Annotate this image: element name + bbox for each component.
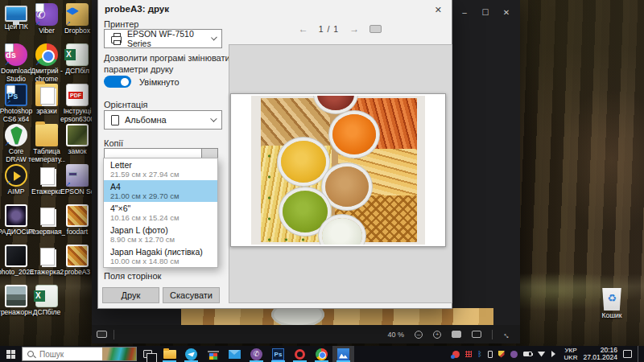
desktop-icon-epson-scan[interactable]: EPSON Sc bbox=[63, 164, 92, 196]
desktop-icon-foodart[interactable]: foodart bbox=[63, 204, 92, 237]
search-input[interactable] bbox=[38, 349, 86, 360]
document-icon bbox=[35, 204, 58, 227]
image-file-icon bbox=[66, 245, 89, 267]
print-dialog: probeA3: друк ✕ Принтер EPSON WF-7510 Se… bbox=[97, 0, 452, 309]
desktop-icon-viber[interactable]: Viber bbox=[32, 3, 61, 35]
desktop-icon-dropbox[interactable]: Dropbox bbox=[63, 3, 92, 35]
clock[interactable]: 20:16 27.01.2024 bbox=[583, 347, 617, 362]
telegram-button[interactable] bbox=[180, 346, 202, 362]
opera-button[interactable] bbox=[289, 346, 311, 362]
volume-icon[interactable] bbox=[551, 351, 559, 357]
print-button[interactable]: Друк bbox=[102, 287, 159, 303]
recycle-bin-icon bbox=[601, 288, 623, 311]
search-icon bbox=[27, 351, 34, 357]
tray-app-icon[interactable] bbox=[452, 351, 460, 358]
antivirus-shield-icon[interactable] bbox=[498, 351, 505, 358]
wifi-icon[interactable] bbox=[538, 352, 546, 357]
fullscreen-icon[interactable]: ↔ bbox=[501, 327, 514, 340]
taskbar: ✆ Ps ᛒ УКР UKR 20:16 27.01.2024 bbox=[0, 346, 644, 362]
photos-app-icon bbox=[337, 348, 349, 360]
store-button[interactable] bbox=[202, 346, 224, 362]
close-window-button[interactable]: ✕ bbox=[497, 5, 515, 19]
viber-tray-icon[interactable] bbox=[510, 351, 518, 358]
desktop-icon-chrome[interactable]: Дмитрий - chrome bbox=[32, 43, 61, 83]
photoshop-icon: Ps bbox=[272, 348, 284, 360]
excel-file-icon bbox=[35, 285, 58, 307]
allow-toggle[interactable] bbox=[104, 76, 131, 88]
orientation-value: Альбомна bbox=[125, 115, 167, 125]
desktop-icon-this-pc[interactable]: Цей ПК bbox=[2, 3, 31, 31]
photos-app-button[interactable] bbox=[332, 346, 354, 362]
dropbox-icon bbox=[66, 3, 89, 26]
minimize-button[interactable]: – bbox=[456, 5, 473, 19]
cancel-button[interactable]: Скасувати bbox=[163, 287, 220, 303]
desktop-icon-label: ДСПбіл bbox=[59, 68, 96, 76]
desktop-screen: Цей ПК Viber Dropbox Download Studio Дми… bbox=[0, 0, 644, 362]
viber-button[interactable]: ✆ bbox=[246, 346, 267, 362]
print-preview-panel bbox=[229, 44, 452, 303]
desktop-icon-pdf-manual[interactable]: Інструкці epson6300 bbox=[63, 84, 92, 123]
taskbar-search[interactable] bbox=[22, 347, 137, 361]
guacamole-bowl bbox=[283, 191, 328, 232]
paper-option-4x6[interactable]: 4"×6" 10.16 см x 15.24 см bbox=[104, 202, 217, 224]
desktop-icon-radiosignal[interactable]: РАДИОСИГ... bbox=[2, 204, 31, 237]
desktop-icon-aimp[interactable]: AIMP bbox=[2, 164, 31, 196]
fit-preview-icon[interactable] bbox=[369, 25, 382, 33]
actual-size-icon[interactable] bbox=[452, 331, 461, 338]
paper-option-japan-hagaki[interactable]: Japan Hagaki (листівка) 10.00 см x 14.80… bbox=[104, 245, 217, 267]
battery-icon[interactable] bbox=[523, 352, 532, 356]
desktop-icon-label: probeA3 bbox=[59, 269, 96, 277]
desktop-icon-trenazhorn[interactable]: тренажорн... bbox=[2, 285, 31, 317]
printer-icon bbox=[111, 36, 122, 43]
desktop-icon-photo2024[interactable]: photo_2024... bbox=[2, 245, 31, 277]
excel-file-icon bbox=[66, 43, 89, 66]
desktop-icon-coreldraw[interactable]: Core DRAW 2017 (64 Bit) bbox=[2, 124, 31, 163]
tray-grid-app-icon[interactable] bbox=[465, 351, 472, 357]
desktop-icon-label: Інструкці epson6300 bbox=[59, 108, 96, 123]
usb-device-icon[interactable] bbox=[488, 351, 493, 358]
search-bird-image bbox=[102, 348, 136, 360]
paper-option-a4-selected[interactable]: A4 21.00 см x 29.70 см bbox=[104, 180, 217, 202]
folder-icon bbox=[35, 84, 58, 106]
image-file-icon bbox=[66, 124, 89, 146]
desktop-icon-label: EPSON Sc bbox=[59, 188, 96, 196]
bluetooth-icon[interactable]: ᛒ bbox=[477, 351, 481, 358]
chrome-button[interactable] bbox=[311, 346, 332, 362]
desktop-icon-temp-folder[interactable]: Таблица температу... bbox=[32, 124, 61, 163]
desktop-icon-excel-file[interactable]: ДСПбіл bbox=[63, 43, 92, 76]
paper-option-letter[interactable]: Letter 21.59 см x 27.94 см bbox=[104, 158, 217, 180]
task-view-button[interactable] bbox=[137, 346, 159, 362]
dialog-close-icon[interactable]: ✕ bbox=[431, 3, 445, 17]
window-controls: – ☐ ✕ bbox=[456, 5, 515, 19]
desktop-icon-probea3[interactable]: probeA3 bbox=[63, 245, 92, 277]
mail-button[interactable] bbox=[224, 346, 246, 362]
fit-to-window-icon[interactable] bbox=[472, 331, 481, 338]
language-indicator[interactable]: УКР UKR bbox=[564, 347, 578, 361]
desktop-icon-dspbile[interactable]: ДСПбіле bbox=[32, 285, 61, 317]
chevron-down-icon bbox=[210, 115, 217, 121]
orientation-select[interactable]: Альбомна bbox=[104, 110, 222, 130]
desktop-icon-samples-folder[interactable]: зразки bbox=[32, 84, 61, 116]
paper-option-japan-l[interactable]: Japan L (фото) 8.90 см x 12.70 см bbox=[104, 224, 217, 245]
next-page-icon[interactable]: → bbox=[349, 23, 359, 35]
desktop-icon-label: ДСПбіле bbox=[28, 309, 65, 317]
desktop-icon-download-studio[interactable]: Download Studio bbox=[2, 43, 31, 83]
prev-page-icon[interactable]: ← bbox=[299, 23, 308, 35]
show-desktop-button[interactable] bbox=[638, 346, 641, 362]
photoshop-button[interactable]: Ps bbox=[267, 346, 289, 362]
action-center-icon[interactable] bbox=[623, 350, 632, 358]
desktop-icon-etazherka[interactable]: Етажерка bbox=[32, 164, 61, 196]
printer-select[interactable]: EPSON WF-7510 Series bbox=[104, 29, 222, 48]
desktop-icon-recycle-bin[interactable]: Кошик bbox=[597, 288, 626, 320]
zoom-out-icon[interactable]: – bbox=[415, 331, 423, 339]
slideshow-icon[interactable] bbox=[97, 331, 107, 338]
cheese-sauce-bowl bbox=[281, 141, 326, 183]
desktop-icon-photoshop[interactable]: Photoshop CS6 x64 bbox=[2, 84, 31, 123]
desktop-icon-image-zamok[interactable]: замок bbox=[63, 124, 92, 156]
maximize-button[interactable]: ☐ bbox=[477, 5, 494, 19]
zoom-in-icon[interactable]: + bbox=[433, 331, 441, 339]
file-explorer-button[interactable] bbox=[159, 346, 180, 362]
start-button[interactable] bbox=[0, 346, 22, 362]
desktop-icon-etazherka2[interactable]: Етажерка2 bbox=[32, 245, 61, 277]
desktop-icon-backup[interactable]: Резервная_... bbox=[32, 204, 61, 237]
